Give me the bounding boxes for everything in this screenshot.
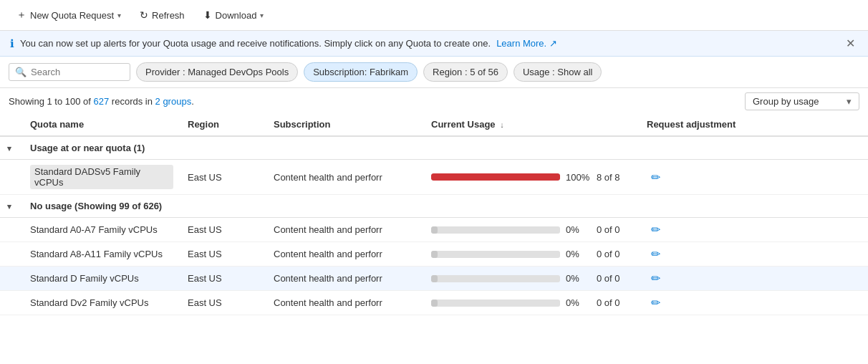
usage-cell: 100% 8 of 8 bbox=[424, 160, 640, 195]
quota-name-text: Standard D Family vCPUs bbox=[30, 273, 139, 284]
filter-bar: 🔍 Provider : Managed DevOps Pools Subscr… bbox=[0, 57, 868, 88]
new-quota-chevron-icon: ▾ bbox=[117, 11, 121, 19]
sort-icon: ↓ bbox=[500, 120, 504, 129]
table-row: Standard A0-A7 Family vCPUs East US Cont… bbox=[0, 218, 868, 242]
records-text: Showing 1 to 100 of 627 records in 2 gro… bbox=[9, 96, 194, 107]
edit-icon[interactable]: ✏ bbox=[647, 222, 665, 237]
request-cell: ✏ bbox=[640, 267, 868, 291]
request-cell: ✏ bbox=[640, 315, 868, 320]
usage-cell: 0% 0 of 0 bbox=[424, 218, 640, 242]
banner-close-button[interactable]: ✕ bbox=[843, 37, 858, 50]
group-by-dropdown[interactable]: Group by usage ▾ bbox=[745, 92, 859, 110]
request-cell: ✏ bbox=[640, 291, 868, 315]
request-adjustment-header[interactable]: Request adjustment bbox=[640, 113, 868, 136]
quota-name-text: Standard A0-A7 Family vCPUs bbox=[30, 224, 158, 235]
region-filter[interactable]: Region : 5 of 56 bbox=[423, 62, 508, 82]
usage-cell: 0% 0 of 0 bbox=[424, 267, 640, 291]
table-container: Quota name Region Subscription Current U… bbox=[0, 113, 868, 320]
usage-percent: 100% bbox=[566, 172, 591, 183]
quota-name-text: Standard A8-A11 Family vCPUs bbox=[30, 249, 163, 259]
provider-filter[interactable]: Provider : Managed DevOps Pools bbox=[136, 62, 298, 82]
learn-more-link[interactable]: Learn More. ↗ bbox=[496, 38, 557, 49]
request-cell: ✏ bbox=[640, 218, 868, 242]
subscription-cell: Content health and perforr bbox=[266, 218, 424, 242]
quota-name-cell: Standard A0-A7 Family vCPUs bbox=[23, 218, 180, 242]
request-cell: ✏ bbox=[640, 242, 868, 267]
expand-col-header bbox=[0, 113, 23, 136]
info-banner: ℹ You can now set up alerts for your Quo… bbox=[0, 31, 868, 57]
edit-icon[interactable]: ✏ bbox=[647, 295, 665, 310]
region-cell: East US bbox=[180, 218, 266, 242]
region-cell: East US bbox=[180, 291, 266, 315]
row-expand-cell bbox=[0, 218, 23, 242]
subscription-header[interactable]: Subscription bbox=[266, 113, 424, 136]
refresh-icon: ↻ bbox=[140, 9, 148, 21]
current-usage-header[interactable]: Current Usage ↓ bbox=[424, 113, 640, 136]
usage-percent: 0% bbox=[566, 249, 591, 259]
info-icon: ℹ bbox=[10, 37, 14, 50]
usage-filter-label: Usage : Show all bbox=[523, 67, 593, 77]
table-row: Standard A8-A11 Family vCPUs East US Con… bbox=[0, 242, 868, 267]
region-header[interactable]: Region bbox=[180, 113, 266, 136]
table-row: Standard DS Family vCPUs East US Content… bbox=[0, 315, 868, 320]
quota-name-header[interactable]: Quota name bbox=[23, 113, 180, 136]
row-expand-cell bbox=[0, 315, 23, 320]
search-box[interactable]: 🔍 bbox=[9, 63, 130, 81]
records-count: 627 bbox=[94, 96, 110, 107]
quota-name-cell: Standard DADSv5 Family vCPUs bbox=[23, 160, 180, 195]
usage-cell: 0% 0 of 0 bbox=[424, 291, 640, 315]
usage-count: 8 of 8 bbox=[597, 172, 632, 183]
edit-icon[interactable]: ✏ bbox=[647, 246, 665, 262]
quota-name-text: Standard Dv2 Family vCPUs bbox=[30, 297, 148, 308]
progress-bar-bg bbox=[431, 173, 560, 181]
subscription-cell: Content health and perforr bbox=[266, 291, 424, 315]
edit-icon[interactable]: ✏ bbox=[647, 170, 665, 185]
usage-count: 0 of 0 bbox=[597, 273, 632, 284]
refresh-button[interactable]: ↻ Refresh bbox=[132, 5, 193, 25]
download-button[interactable]: ⬇ Download ▾ bbox=[196, 5, 272, 25]
usage-percent: 0% bbox=[566, 297, 591, 308]
search-icon: 🔍 bbox=[15, 67, 26, 77]
row-expand-cell bbox=[0, 291, 23, 315]
table-row: Standard DADSv5 Family vCPUs East US Con… bbox=[0, 160, 868, 195]
new-quota-button[interactable]: ＋ New Quota Request ▾ bbox=[9, 4, 129, 26]
banner-text: You can now set up alerts for your Quota… bbox=[20, 38, 491, 49]
quota-name-cell: Standard Dv2 Family vCPUs bbox=[23, 291, 180, 315]
group-chevron-icon: ▾ bbox=[7, 144, 11, 153]
group-label: No usage (Showing 99 of 626) bbox=[23, 195, 868, 218]
group-header-row[interactable]: ▾ No usage (Showing 99 of 626) bbox=[0, 195, 868, 218]
edit-icon[interactable]: ✏ bbox=[647, 271, 665, 286]
subscription-cell: Content health and perforr bbox=[266, 267, 424, 291]
quota-name-cell: Standard A8-A11 Family vCPUs bbox=[23, 242, 180, 267]
new-quota-label: New Quota Request bbox=[30, 10, 114, 21]
subscription-filter[interactable]: Subscription: Fabrikam bbox=[304, 62, 418, 82]
records-groups: 2 groups bbox=[155, 96, 192, 107]
subscription-cell: Content health and perforr bbox=[266, 160, 424, 195]
region-filter-label: Region : 5 of 56 bbox=[433, 67, 498, 77]
progress-bar-bg bbox=[431, 251, 560, 258]
download-chevron-icon: ▾ bbox=[260, 11, 264, 19]
table-row: Standard Dv2 Family vCPUs East US Conten… bbox=[0, 291, 868, 315]
subscription-cell: Content health and perforr bbox=[266, 242, 424, 267]
region-cell: East US bbox=[180, 160, 266, 195]
download-label: Download bbox=[216, 10, 257, 21]
usage-filter[interactable]: Usage : Show all bbox=[513, 62, 602, 82]
table-row: Standard D Family vCPUs East US Content … bbox=[0, 267, 868, 291]
quota-table: Quota name Region Subscription Current U… bbox=[0, 113, 868, 320]
group-by-label: Group by usage bbox=[753, 96, 819, 107]
group-expand-cell[interactable]: ▾ bbox=[0, 136, 23, 160]
progress-bar-bg bbox=[431, 226, 560, 234]
progress-bar-bg bbox=[431, 275, 560, 282]
quota-name-badge: Standard DADSv5 Family vCPUs bbox=[30, 165, 173, 189]
usage-cell: 0% 0 of 0 bbox=[424, 315, 640, 320]
group-expand-cell[interactable]: ▾ bbox=[0, 195, 23, 218]
region-cell: East US bbox=[180, 242, 266, 267]
row-expand-cell bbox=[0, 160, 23, 195]
search-input[interactable] bbox=[31, 67, 124, 77]
download-icon: ⬇ bbox=[203, 9, 212, 21]
progress-bar-bg bbox=[431, 300, 560, 307]
group-label: Usage at or near quota (1) bbox=[23, 136, 868, 160]
group-header-row[interactable]: ▾ Usage at or near quota (1) bbox=[0, 136, 868, 160]
group-by-chevron-icon: ▾ bbox=[847, 96, 852, 107]
row-expand-cell bbox=[0, 267, 23, 291]
